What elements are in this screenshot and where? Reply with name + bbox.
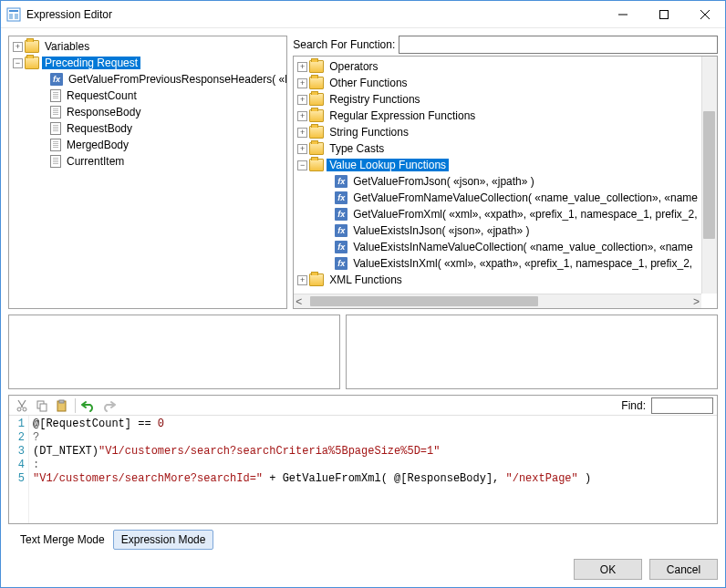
horizontal-scrollbar[interactable]: <> xyxy=(294,294,701,308)
tree-label: Value Lookup Functions xyxy=(327,159,449,171)
tree-label: XML Functions xyxy=(327,273,405,286)
svg-point-9 xyxy=(23,407,26,411)
folder-icon xyxy=(309,109,324,122)
app-icon xyxy=(6,7,21,22)
description-panel-left xyxy=(8,315,340,389)
svg-point-8 xyxy=(17,407,21,411)
ok-button[interactable]: OK xyxy=(574,559,642,580)
tree-category-value-lookup[interactable]: −Value Lookup Functions xyxy=(294,157,700,173)
expand-icon[interactable]: + xyxy=(297,95,307,105)
doc-icon xyxy=(50,106,61,119)
fx-icon: fx xyxy=(50,73,63,86)
search-label: Search For Function: xyxy=(293,38,395,51)
tree-category[interactable]: +String Functions xyxy=(294,124,700,140)
close-button[interactable] xyxy=(684,1,725,27)
tree-item[interactable]: ResponseBody xyxy=(26,104,286,120)
fx-icon: fx xyxy=(335,224,347,237)
collapse-icon[interactable]: − xyxy=(297,160,307,170)
doc-icon xyxy=(50,155,61,168)
tree-label: Registry Functions xyxy=(327,93,422,106)
tree-function-item[interactable]: fxGetValueFromXml( «xml», «xpath», «pref… xyxy=(310,206,700,222)
variables-tree-panel[interactable]: + Variables − Preceding Request fxGetVal… xyxy=(8,36,287,309)
tree-label: ValueExistsInJson( «json», «jpath» ) xyxy=(350,224,532,237)
expand-icon[interactable]: + xyxy=(297,78,307,88)
expand-icon[interactable]: + xyxy=(13,42,23,52)
tree-category[interactable]: +Registry Functions xyxy=(294,91,700,108)
collapse-icon[interactable]: − xyxy=(13,58,23,68)
tree-item[interactable]: RequestCount xyxy=(26,88,286,104)
minimize-button[interactable] xyxy=(602,1,643,27)
tree-label: ValueExistsInNameValueCollection( «name_… xyxy=(350,241,695,253)
tree-label: GetValueFromJson( «json», «jpath» ) xyxy=(350,175,537,188)
svg-rect-5 xyxy=(659,10,668,18)
tree-node-variables[interactable]: + Variables xyxy=(9,38,286,55)
folder-icon xyxy=(309,60,324,73)
expand-icon[interactable]: + xyxy=(297,275,307,285)
tree-category[interactable]: +XML Functions xyxy=(294,272,700,288)
tree-function-item[interactable]: fxValueExistsInXml( «xml», «xpath», «pre… xyxy=(310,255,700,272)
tab-expression-mode[interactable]: Expression Mode xyxy=(113,530,214,550)
tree-item[interactable]: RequestBody xyxy=(26,120,286,137)
folder-icon xyxy=(309,142,324,155)
tree-category[interactable]: +Type Casts xyxy=(294,140,700,157)
svg-rect-2 xyxy=(9,14,13,19)
tree-function-item[interactable]: fxValueExistsInJson( «json», «jpath» ) xyxy=(310,222,700,239)
tree-function-item[interactable]: fxGetValueFromNameValueCollection( «name… xyxy=(310,190,700,206)
fx-icon: fx xyxy=(335,191,347,204)
tree-category[interactable]: +Other Functions xyxy=(294,75,700,91)
expression-editor-panel: Find: 12345 @[RequestCount] == 0?(DT_NTE… xyxy=(8,395,718,524)
undo-button[interactable] xyxy=(79,397,98,415)
tree-category[interactable]: +Operators xyxy=(294,58,700,75)
tree-item[interactable]: CurrentItem xyxy=(26,153,286,170)
find-label: Find: xyxy=(621,399,646,412)
tree-label: GetValueFromPreviousResponseHeaders( «he… xyxy=(66,73,287,86)
tree-label: String Functions xyxy=(327,126,411,139)
tree-item[interactable]: MergedBody xyxy=(26,137,286,153)
folder-icon xyxy=(309,273,324,286)
svg-rect-3 xyxy=(15,14,18,19)
tree-node-preceding-request[interactable]: − Preceding Request xyxy=(9,55,286,71)
fx-icon: fx xyxy=(335,208,347,221)
tree-label: MergedBody xyxy=(64,139,131,151)
tree-function-item[interactable]: fxValueExistsInNameValueCollection( «nam… xyxy=(310,239,700,255)
folder-icon xyxy=(309,126,324,139)
svg-rect-1 xyxy=(9,10,18,12)
tree-label: ResponseBody xyxy=(64,106,143,119)
cancel-button[interactable]: Cancel xyxy=(649,559,718,580)
folder-icon xyxy=(309,159,324,171)
svg-rect-11 xyxy=(40,404,47,411)
svg-rect-13 xyxy=(59,400,64,403)
redo-button[interactable] xyxy=(99,397,118,415)
folder-icon xyxy=(25,40,39,53)
expand-icon[interactable]: + xyxy=(297,128,307,138)
doc-icon xyxy=(50,89,61,102)
fx-icon: fx xyxy=(335,175,347,188)
tree-label: Regular Expression Functions xyxy=(327,109,478,122)
search-input[interactable] xyxy=(399,36,718,54)
tree-label: RequestCount xyxy=(64,89,140,102)
expand-icon[interactable]: + xyxy=(297,62,307,72)
code-editor[interactable]: 12345 @[RequestCount] == 0?(DT_NTEXT)"V1… xyxy=(9,416,717,523)
tab-text-merge-mode[interactable]: Text Merge Mode xyxy=(12,530,113,550)
mode-tabs: Text Merge Mode Expression Mode xyxy=(8,530,718,550)
expand-icon[interactable]: + xyxy=(297,144,307,154)
expand-icon[interactable]: + xyxy=(297,111,307,121)
editor-toolbar: Find: xyxy=(9,396,717,416)
maximize-button[interactable] xyxy=(643,1,684,27)
copy-button[interactable] xyxy=(33,397,51,415)
tree-category[interactable]: +Regular Expression Functions xyxy=(294,108,700,124)
folder-icon xyxy=(309,77,324,89)
cut-button[interactable] xyxy=(13,397,31,415)
tree-label: GetValueFromXml( «xml», «xpath», «prefix… xyxy=(350,208,700,221)
tree-label: CurrentItem xyxy=(64,155,127,168)
function-tree-panel[interactable]: +Operators+Other Functions+Registry Func… xyxy=(293,56,718,309)
tree-item[interactable]: fxGetValueFromPreviousResponseHeaders( «… xyxy=(26,71,286,88)
tree-function-item[interactable]: fxGetValueFromJson( «json», «jpath» ) xyxy=(310,173,700,190)
vertical-scrollbar[interactable] xyxy=(701,57,717,294)
find-input[interactable] xyxy=(651,397,713,414)
tree-label: GetValueFromNameValueCollection( «name_v… xyxy=(350,191,700,204)
doc-icon xyxy=(50,139,61,151)
paste-button[interactable] xyxy=(53,397,71,415)
fx-icon: fx xyxy=(335,241,347,253)
folder-icon xyxy=(25,57,39,69)
